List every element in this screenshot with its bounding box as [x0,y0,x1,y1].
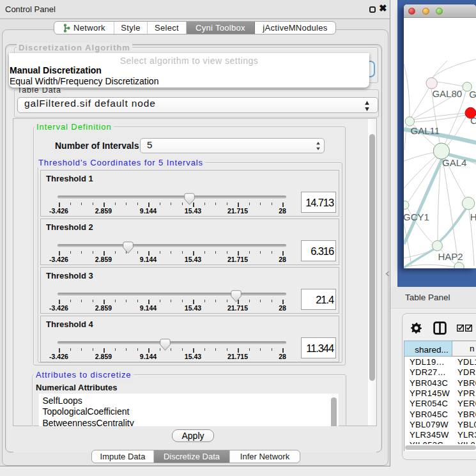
svg-text:GAL80: GAL80 [432,88,462,99]
svg-text:GCY1: GCY1 [404,211,429,222]
svg-text:GA: GA [469,89,476,100]
svg-text:HAP2: HAP2 [438,251,463,262]
svg-text:GAL11: GAL11 [411,125,440,136]
svg-text:H: H [470,211,476,222]
svg-text:C: C [470,115,476,126]
svg-text:GAL4: GAL4 [442,157,466,168]
